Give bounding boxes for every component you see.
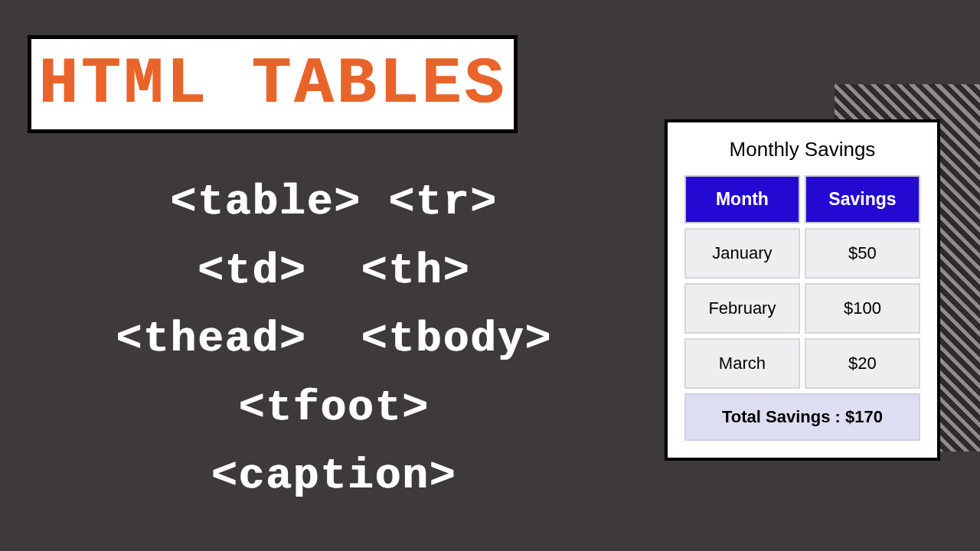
tag-line-1: <table> <tr> xyxy=(28,168,640,237)
cell-month: February xyxy=(684,283,800,334)
table-caption: Monthly Savings xyxy=(680,133,925,171)
table-card: Monthly Savings Month Savings January $5… xyxy=(665,119,940,461)
heading-text: HTML TABLES xyxy=(38,51,507,117)
cell-month: March xyxy=(684,338,800,389)
cell-savings: $20 xyxy=(805,338,920,389)
tag-line-3: <thead> <tbody> xyxy=(28,305,640,374)
table-row: March $20 xyxy=(684,338,920,389)
header-savings: Savings xyxy=(805,175,920,223)
cell-savings: $100 xyxy=(805,283,920,334)
table-footer-row: Total Savings : $170 xyxy=(684,393,920,441)
table-header-row: Month Savings xyxy=(684,175,920,223)
tag-line-5: <caption> xyxy=(28,442,640,511)
tag-list: <table> <tr> <td> <th> <thead> <tbody> <… xyxy=(28,168,640,511)
table-row: February $100 xyxy=(684,283,920,334)
heading-panel: HTML TABLES xyxy=(28,35,518,133)
savings-table: Month Savings January $50 February $100 … xyxy=(680,171,925,445)
tag-line-4: <tfoot> xyxy=(28,374,640,443)
tag-line-2: <td> <th> xyxy=(28,237,640,306)
footer-total: Total Savings : $170 xyxy=(684,393,920,441)
table-row: January $50 xyxy=(684,228,920,279)
cell-savings: $50 xyxy=(805,228,920,279)
cell-month: January xyxy=(684,228,800,279)
header-month: Month xyxy=(684,175,800,223)
